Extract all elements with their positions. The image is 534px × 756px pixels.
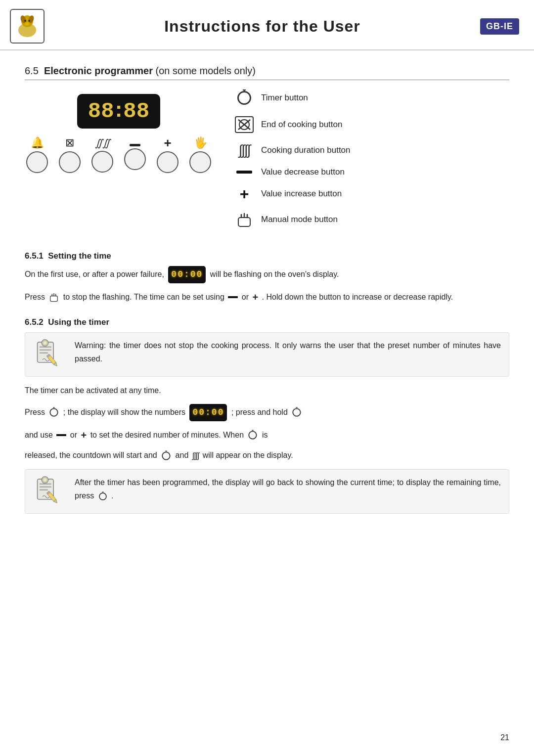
oven-display: 88 : 88: [77, 94, 160, 129]
display-digit2: 88: [123, 99, 149, 124]
display-digit1: 88: [88, 99, 114, 124]
svg-rect-35: [40, 487, 51, 488]
decrease-legend-icon: [232, 171, 256, 174]
end-cooking-btn-circle: [59, 151, 81, 173]
legend-increase: + Value increase button: [232, 186, 509, 202]
para-652-1: The timer can be activated at any time.: [25, 384, 509, 397]
logo-icon: [12, 11, 42, 41]
cooking-duration-btn-diagram: ∬∬: [91, 137, 113, 173]
warning-text-2: After the timer has been programmed, the…: [75, 476, 501, 502]
warning-icon-1: [33, 339, 68, 370]
legend-decrease: Value decrease button: [232, 167, 509, 177]
programmer-buttons: 🔔 ⊠ ∬∬: [26, 136, 211, 173]
programmer-legend: Timer button End of cooking button ∫∫: [213, 89, 509, 237]
end-cooking-legend-icon: [232, 116, 256, 133]
svg-point-41: [44, 478, 47, 482]
para-652-2: Press ; the display will show the number…: [25, 404, 509, 421]
plus-btn-diagram: +: [157, 136, 178, 173]
subsection-651-title: Setting the time: [48, 251, 111, 261]
svg-rect-12: [238, 218, 250, 226]
inline-minus-icon: [228, 296, 238, 298]
display-colon: :: [115, 97, 123, 122]
page-number: 21: [500, 733, 509, 742]
increase-legend-icon: +: [232, 186, 256, 202]
subsection-652-title: Using the timer: [48, 317, 109, 327]
warning-box-2: After the timer has been programmed, the…: [25, 469, 509, 514]
manual-btn-circle: [189, 151, 211, 173]
svg-rect-22: [40, 349, 51, 351]
section-subtitle: (on some models only): [156, 65, 256, 76]
legend-manual: Manual mode button: [232, 211, 509, 228]
section-number: 6.5: [25, 65, 39, 76]
svg-point-5: [28, 20, 30, 22]
legend-timer: Timer button: [232, 89, 509, 107]
page-title: Instructions for the User: [44, 17, 480, 36]
inline-minus-icon-2: [56, 434, 66, 436]
warning-text-1: Warning: the timer does not stop the coo…: [75, 339, 501, 365]
timer-btn-circle: [26, 151, 48, 173]
svg-point-6: [25, 22, 29, 25]
page-header: Instructions for the User GB-IE: [0, 0, 534, 50]
cooking-duration-btn-circle: [91, 151, 113, 173]
inline-display-2: 00:00: [189, 404, 227, 421]
inline-manual-icon: [48, 292, 59, 303]
programmer-display-area: 88 : 88 🔔 ⊠ ∬∬: [25, 89, 213, 176]
inline-timer-icon-4: [161, 450, 172, 461]
warning-box-1: Warning: the timer does not stop the coo…: [25, 332, 509, 377]
timer-legend-icon: [232, 89, 256, 107]
inline-plus-icon-2: +: [81, 430, 87, 440]
timer-legend-label: Timer button: [261, 93, 308, 103]
language-badge: GB-IE: [480, 18, 519, 35]
decrease-legend-label: Value decrease button: [261, 167, 345, 177]
manual-legend-icon: [232, 211, 256, 228]
svg-point-28: [44, 341, 47, 345]
plus-btn-circle: [157, 151, 178, 173]
programmer-diagram: 88 : 88 🔔 ⊠ ∬∬: [25, 89, 509, 237]
para-651-2: Press to stop the flashing. The time can…: [25, 290, 509, 304]
inline-timer-icon-2: [291, 407, 302, 418]
brand-logo: [10, 9, 44, 44]
section-heading: 6.5 Electronic programmer (on some model…: [25, 65, 509, 80]
inline-timer-icon-3: [247, 430, 258, 441]
legend-end-cooking: End of cooking button: [232, 116, 509, 133]
svg-rect-36: [40, 489, 48, 491]
subsection-651-heading: 6.5.1 Setting the time: [25, 251, 509, 261]
para-652-4: released, the countdown will start and a…: [25, 448, 509, 462]
manual-btn-diagram: 🖐: [189, 136, 211, 173]
svg-point-4: [24, 20, 26, 22]
legend-cooking-duration: ∫∫∫∫ Cooking duration button: [232, 142, 509, 158]
warning-icon-2: [33, 476, 68, 507]
minus-btn-circle: [124, 148, 146, 170]
inline-display-1: 00:00: [168, 266, 206, 283]
end-cooking-btn-diagram: ⊠: [59, 136, 81, 173]
svg-rect-23: [40, 352, 48, 354]
manual-legend-label: Manual mode button: [261, 215, 338, 224]
section-title: Electronic programmer: [44, 65, 153, 76]
cooking-duration-legend-icon: ∫∫∫∫: [232, 142, 256, 158]
main-content: 6.5 Electronic programmer (on some model…: [0, 55, 534, 540]
svg-rect-16: [50, 296, 58, 302]
timer-btn-diagram: 🔔: [26, 136, 48, 173]
inline-plus-icon: +: [252, 292, 258, 302]
para-651-1: On the first use, or after a power failu…: [25, 266, 509, 283]
inline-timer-icon-5: [98, 491, 108, 501]
subsection-652-heading: 6.5.2 Using the timer: [25, 317, 509, 327]
subsection-652-number: 6.5.2: [25, 317, 44, 327]
inline-duration-icon-1: ∫∫∫∫: [192, 449, 199, 462]
cooking-duration-legend-label: Cooking duration button: [261, 145, 351, 155]
inline-timer-icon-1: [48, 407, 59, 418]
minus-btn-diagram: [124, 140, 146, 170]
increase-legend-label: Value increase button: [261, 189, 342, 199]
subsection-651-number: 6.5.1: [25, 251, 44, 261]
para-652-3: and use or + to set the desired number o…: [25, 428, 509, 442]
end-cooking-legend-label: End of cooking button: [261, 120, 342, 130]
